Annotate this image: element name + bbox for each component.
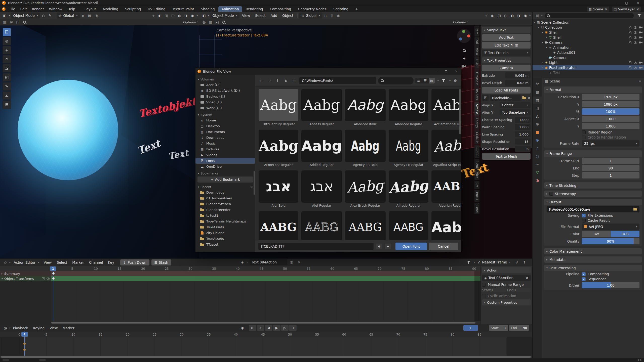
view-layer-selector[interactable]: ViewLayer <box>612 7 641 12</box>
filter-icon[interactable] <box>466 259 472 265</box>
system-section-header[interactable]: ▾System <box>195 112 255 117</box>
recent-item[interactable]: city1.blend <box>195 230 255 236</box>
dope-sheet-menu[interactable]: Marker <box>70 259 87 266</box>
bookmarks-section-header[interactable]: ▾Bookmarks <box>195 170 255 176</box>
selectable-checkbox-icon[interactable] <box>629 61 631 64</box>
selectable-checkbox-icon[interactable] <box>629 31 631 34</box>
open-font-button[interactable]: Open Font <box>395 243 427 250</box>
thumbnail-view-icon[interactable] <box>429 78 435 83</box>
dope-horizontal-scrollbar[interactable] <box>51 322 475 324</box>
recent-section-header[interactable]: ▾Recent <box>195 184 255 190</box>
options-label[interactable]: Options <box>453 20 466 24</box>
auto-keyframe-button[interactable] <box>239 325 245 331</box>
shading-solid-icon[interactable] <box>509 13 515 18</box>
sidebar-tab[interactable]: Blend <box>474 203 479 214</box>
hide-viewport-eye-icon[interactable] <box>634 41 637 44</box>
maximize-button[interactable] <box>621 0 632 6</box>
output-path-field[interactable]: F:\Videos\0001-0090.avi <box>547 206 639 212</box>
outliner-row-toggles[interactable] <box>629 41 642 44</box>
cancel-button[interactable]: Cancel <box>429 243 458 250</box>
disclosure-triangle[interactable] <box>545 46 548 49</box>
sidebar-tab[interactable]: Tool <box>474 36 479 46</box>
transport-button[interactable] <box>257 325 264 331</box>
font-item[interactable]: Aabg ABeeZee Italic <box>345 89 385 126</box>
resolution-percent-slider[interactable]: 100% <box>582 108 639 115</box>
workspace-tab[interactable]: Shading <box>198 6 218 12</box>
axis-z-dot[interactable] <box>459 37 462 40</box>
sidebar-tab[interactable]: CC/iCC <box>474 145 479 158</box>
snap-toggle-icon[interactable] <box>323 13 329 18</box>
options-label[interactable]: Options <box>183 20 196 24</box>
outliner-row-toggles[interactable] <box>629 36 642 39</box>
recent-item[interactable]: Downloads <box>195 190 255 195</box>
filter-icon[interactable] <box>636 13 642 18</box>
add-bookmark-button[interactable]: Add Bookmark <box>197 176 253 183</box>
post-processing-header[interactable]: ▾Post Processing <box>544 265 642 271</box>
dialog-maximize-button[interactable] <box>441 68 451 75</box>
hide-viewport-eye-icon[interactable] <box>634 31 637 34</box>
system-item[interactable]: Desktop <box>195 123 255 129</box>
font-item[interactable]: AABG <box>345 211 385 241</box>
channel-toggles[interactable] <box>42 277 50 280</box>
menubar-menu[interactable]: File <box>7 6 18 12</box>
recent-item[interactable]: TrueAssets <box>195 236 255 242</box>
font-item[interactable]: AABG <box>389 211 428 241</box>
render-region-checkbox[interactable] <box>582 130 586 134</box>
hide-render-camera-icon[interactable] <box>639 31 642 34</box>
tool-settings-icon-3[interactable] <box>15 19 21 25</box>
properties-tab[interactable] <box>533 105 542 112</box>
filename-input[interactable] <box>258 243 374 250</box>
timeline-key-area[interactable] <box>0 337 532 356</box>
minimize-button[interactable] <box>609 0 621 6</box>
camera-button[interactable]: Camera <box>482 65 531 71</box>
manual-frame-range-checkbox[interactable] <box>482 283 486 287</box>
snap-toggle-icon[interactable] <box>80 13 86 18</box>
zoom-icon[interactable] <box>461 48 467 53</box>
font-item[interactable]: אבג Alef Bold <box>259 170 298 208</box>
hide-render-camera-icon[interactable] <box>639 62 642 64</box>
hide-viewport-eye-icon[interactable] <box>634 26 637 29</box>
resolution-x-field[interactable]: 1920 px <box>582 94 639 100</box>
disclosure-triangle[interactable] <box>537 26 540 29</box>
disclosure-triangle[interactable] <box>545 36 548 39</box>
open-font-icon[interactable] <box>522 96 526 100</box>
sidebar-tab[interactable]: Energy <box>474 116 479 130</box>
system-item[interactable]: Documents <box>195 129 255 135</box>
decrement-filename-button[interactable] <box>385 244 391 249</box>
settings-gear-icon[interactable] <box>452 78 458 83</box>
font-item[interactable]: Aabg <box>431 211 461 241</box>
dope-key-area[interactable] <box>51 271 480 321</box>
menubar-menu[interactable]: Help <box>65 6 78 12</box>
tool-settings-icon-1[interactable] <box>2 19 8 25</box>
outliner-row[interactable]: Scene Collection <box>533 20 644 25</box>
snap-dropdown[interactable]: Nearest Frame▾ <box>476 259 513 265</box>
workspace-tab[interactable]: Sculpting <box>122 6 144 12</box>
system-item[interactable]: OneDrive <box>195 164 255 169</box>
timeline-menu[interactable]: Keying <box>31 325 47 331</box>
color-bw-button[interactable]: BW <box>582 231 611 237</box>
outliner-search[interactable] <box>545 13 634 18</box>
workspace-tab[interactable]: Animation <box>218 6 242 12</box>
outliner-row-toggles[interactable] <box>629 61 642 64</box>
outliner-row[interactable]: FractureIterator <box>533 65 644 70</box>
editor-type-icon[interactable] <box>201 13 207 18</box>
frame-step-field[interactable]: 1 <box>582 172 639 178</box>
system-item[interactable]: Pictures <box>195 146 255 152</box>
workspace-tab[interactable]: Scripting <box>330 6 352 12</box>
workspace-tab[interactable]: Layout <box>81 6 99 12</box>
stereoscopy-checkbox[interactable] <box>549 192 553 196</box>
workspace-tab[interactable]: Modeling <box>100 6 122 12</box>
start-frame-field[interactable]: Start1 <box>489 325 508 331</box>
scene-selector[interactable]: Scene <box>587 7 609 12</box>
word-spacing-field[interactable]: 1.000 <box>515 124 531 130</box>
text-to-mesh-button[interactable]: Text to Mesh <box>482 153 531 160</box>
timeline-ruler[interactable]: 0510152025303540455055606570758085 <box>0 332 532 337</box>
summary-channel[interactable]: ▸Summary <box>0 271 51 276</box>
viewport-menu[interactable]: Add <box>268 12 280 19</box>
extrude-field[interactable]: 0.065 m <box>505 72 531 78</box>
action-end-field[interactable]: End0 <box>507 288 531 292</box>
gizmo-toggle-icon[interactable] <box>150 13 156 18</box>
system-item[interactable]: Videos <box>195 152 255 158</box>
aspect-x-field[interactable]: 1.000 <box>582 116 639 122</box>
editor-type-icon[interactable] <box>2 325 8 331</box>
